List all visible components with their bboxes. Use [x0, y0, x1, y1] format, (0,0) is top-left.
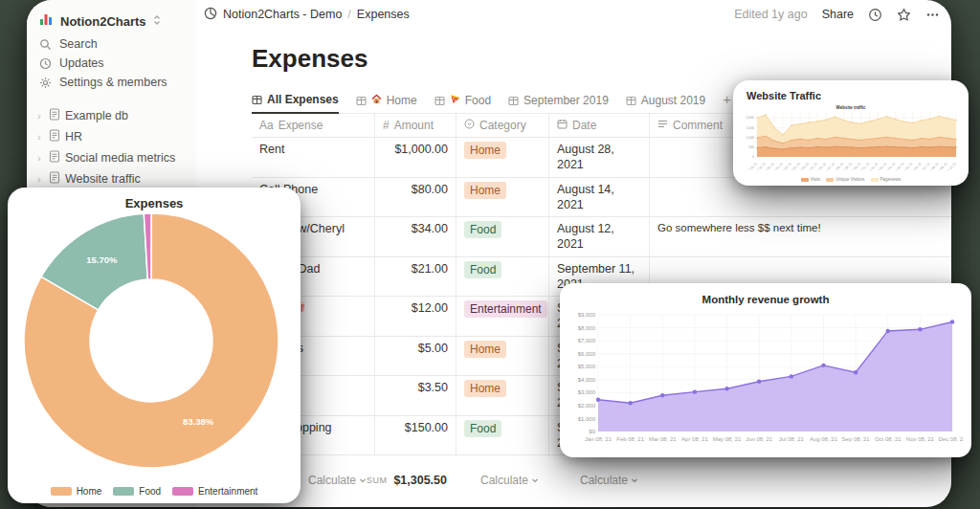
sidebar-page-hr[interactable]: › HR [27, 126, 196, 147]
legend-label: Food [139, 486, 161, 497]
svg-text:$0: $0 [589, 429, 595, 434]
svg-text:83.38%: 83.38% [183, 416, 214, 427]
category-cell[interactable]: Home [457, 337, 549, 376]
sum-value: $1,305.50 [393, 474, 447, 487]
calculate-label: Calculate [308, 474, 356, 487]
chevron-right-icon[interactable]: › [34, 174, 44, 185]
category-tag: Entertainment [464, 300, 547, 318]
column-header-category[interactable]: Category [457, 114, 549, 137]
column-header-amount[interactable]: # Amount [375, 114, 457, 137]
date-cell[interactable]: August 28, 2021 [549, 138, 650, 177]
table-row[interactable]: Dinner w/Cheryl $34.00 Food August 12, 2… [252, 217, 951, 257]
category-cell[interactable]: Food [457, 416, 549, 455]
legend-item-food: Food [113, 486, 161, 497]
svg-text:Jun 08, 21: Jun 08, 21 [746, 436, 773, 442]
topbar-actions: Edited 1y ago Share [734, 8, 940, 22]
sidebar-page-social-media-metrics[interactable]: › Social media metrics [27, 147, 196, 168]
sidebar-item-search[interactable]: Search [27, 34, 196, 54]
svg-text:Sep 08, 21: Sep 08, 21 [842, 436, 871, 442]
svg-text:$5,000: $5,000 [578, 364, 596, 369]
document-icon [49, 129, 60, 144]
comment-cell[interactable]: Go somewhere less $$ next time! [650, 217, 951, 256]
amount-cell[interactable]: $150.00 [375, 416, 457, 455]
svg-text:May 08, 21: May 08, 21 [713, 436, 742, 442]
legend-item-pageviews: Pageviews [871, 177, 902, 182]
topbar: Notion2Charts - Demo / Expenses Edited 1… [196, 0, 951, 29]
svg-text:500: 500 [748, 145, 754, 149]
amount-cell[interactable]: $34.00 [375, 217, 457, 256]
table-view-icon [626, 96, 636, 106]
amount-cell[interactable]: $3.50 [375, 376, 457, 415]
table-view-icon [252, 95, 262, 105]
workspace-switcher[interactable]: Notion2Charts [27, 8, 196, 34]
sidebar-item-settings[interactable]: Settings & members [27, 73, 196, 92]
legend-swatch [172, 487, 193, 496]
category-cell[interactable]: Food [457, 217, 549, 256]
category-cell[interactable]: Home [457, 178, 549, 217]
history-clock-icon[interactable] [868, 8, 882, 22]
star-icon[interactable] [897, 8, 911, 22]
sidebar-item-updates[interactable]: Updates [27, 54, 196, 73]
website-traffic-title: Website Traffic [733, 80, 969, 101]
text-lines-icon [657, 119, 668, 132]
tab-august-2019[interactable]: August 2019 [626, 94, 705, 113]
share-button[interactable]: Share [822, 8, 854, 21]
date-cell[interactable]: August 12, 2021 [549, 217, 650, 256]
breadcrumb-root[interactable]: Notion2Charts - Demo [223, 8, 342, 21]
document-icon [49, 171, 60, 187]
sum-cell[interactable]: SUM $1,305.50 [374, 471, 455, 490]
column-header-expense[interactable]: Aa Expense [252, 114, 375, 137]
legend-item-home: Home [51, 486, 102, 497]
sidebar-item-label: Updates [59, 56, 104, 70]
legend-item-unique-visitors: Unique Visitors [826, 177, 864, 182]
category-cell[interactable]: Entertainment [457, 297, 549, 336]
legend-swatch [871, 178, 879, 182]
amount-cell[interactable]: $1,000.00 [375, 138, 457, 177]
sidebar-page-example-db[interactable]: › Example db [27, 105, 196, 126]
sidebar-page-website-traffic[interactable]: › Website traffic [27, 168, 196, 189]
amount-cell[interactable]: $80.00 [375, 178, 457, 217]
category-cell[interactable]: Food [457, 257, 549, 297]
breadcrumb-current[interactable]: Expenses [357, 8, 410, 21]
category-tag: Food [464, 261, 501, 278]
tab-september-2019[interactable]: September 2019 [508, 94, 609, 113]
add-view-button[interactable]: + [723, 91, 731, 113]
website-traffic-area-chart: 05001,0001,5002,000Jul 18, 21Jul 19, 21J… [741, 103, 961, 170]
category-cell[interactable]: Home [457, 138, 549, 177]
svg-text:Website traffic: Website traffic [836, 105, 866, 110]
category-cell[interactable]: Home [457, 376, 549, 415]
calculate-button[interactable]: Calculate [455, 471, 546, 490]
calculate-label: Calculate [480, 474, 528, 487]
chevron-right-icon[interactable]: › [34, 132, 44, 143]
svg-text:$2,000: $2,000 [578, 403, 596, 409]
legend-label: Entertainment [198, 486, 257, 497]
page-label: HR [65, 130, 82, 144]
amount-cell[interactable]: $12.00 [375, 297, 457, 336]
sidebar-item-label: Search [59, 37, 98, 51]
amount-cell[interactable]: $21.00 [375, 257, 457, 297]
expense-name: opping [296, 420, 332, 435]
chevron-right-icon[interactable]: › [34, 153, 44, 164]
tab-home[interactable]: Home [356, 94, 417, 113]
svg-text:1,500: 1,500 [746, 126, 755, 130]
expense-cell[interactable]: Rent [252, 138, 375, 177]
column-header-date[interactable]: Date [549, 114, 650, 137]
category-tag: Home [464, 142, 506, 159]
date-cell[interactable]: August 14, 2021 [549, 178, 650, 217]
calculate-button[interactable]: Calculate [546, 471, 646, 490]
svg-text:2,000: 2,000 [746, 116, 755, 120]
tab-label: Home [387, 94, 417, 107]
tab-food[interactable]: Food [434, 94, 491, 113]
tab-all-expenses[interactable]: All Expenses [252, 93, 339, 114]
category-tag: Food [464, 221, 501, 238]
legend-swatch [826, 178, 834, 182]
calendar-icon [557, 119, 568, 132]
amount-cell[interactable]: $5.00 [375, 337, 457, 376]
legend-item-visits: Visits [801, 177, 821, 182]
more-options-icon[interactable] [925, 8, 940, 22]
table-view-icon [434, 96, 445, 106]
chevron-right-icon[interactable]: › [34, 111, 44, 122]
category-tag: Home [464, 341, 506, 358]
page-label: Social media metrics [65, 151, 175, 165]
select-type-icon [464, 119, 475, 132]
